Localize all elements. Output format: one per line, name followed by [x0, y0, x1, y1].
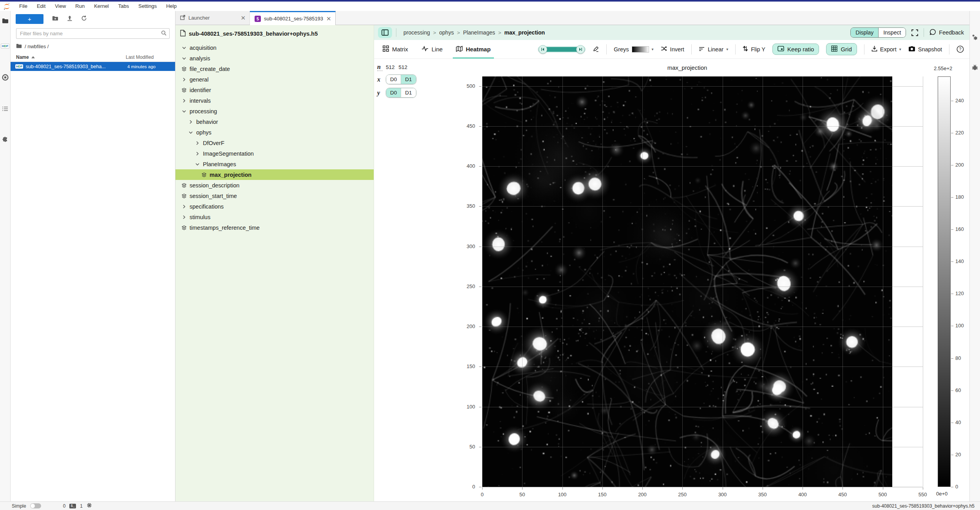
scale-selector[interactable]: Linear ▾ — [699, 46, 728, 53]
y-tick — [479, 487, 481, 487]
toggle-explorer-icon[interactable] — [378, 27, 392, 38]
tree-item-max-projection[interactable]: max_projection — [175, 169, 374, 180]
file-browser-icon[interactable] — [0, 14, 11, 27]
tree-item-ophys[interactable]: ophys — [175, 127, 374, 138]
launcher-icon — [180, 15, 185, 21]
hdf5-sidebar-icon[interactable]: HDF — [0, 39, 11, 53]
menu-tabs[interactable]: Tabs — [114, 3, 134, 9]
chevron-down-icon — [181, 56, 187, 61]
feedback-button[interactable]: Feedback — [929, 29, 964, 36]
line-view-button[interactable]: Line — [418, 40, 446, 59]
flip-y-button[interactable]: Flip Y — [743, 45, 765, 53]
tree-item-file-create-date[interactable]: file_create_date — [175, 64, 374, 74]
tree-item-imagesegmentation[interactable]: ImageSegmentation — [175, 148, 374, 159]
new-launcher-button[interactable]: + — [16, 14, 43, 24]
colorbar[interactable] — [938, 76, 951, 487]
menu-kernel[interactable]: Kernel — [89, 3, 114, 9]
inspect-tab[interactable]: Inspect — [879, 28, 906, 37]
snapshot-button[interactable]: Snapshot — [908, 46, 942, 53]
export-menu[interactable]: Export ▾ — [872, 45, 901, 53]
h5-file-title[interactable]: sub-408021_ses-758519303_behavior+ophys.… — [175, 25, 374, 42]
domain-slider[interactable] — [538, 46, 586, 53]
y-tick — [479, 327, 481, 327]
file-row[interactable]: HDFsub-408021_ses-758519303_beha... 4 mi… — [11, 62, 175, 71]
running-kernels-icon[interactable] — [0, 71, 11, 84]
column-header-name[interactable]: Name — [16, 54, 126, 60]
breadcrumb[interactable]: / nwbfiles / — [11, 39, 175, 53]
fullscreen-icon[interactable] — [911, 29, 918, 36]
colorbar-tick — [951, 294, 953, 294]
menu-help[interactable]: Help — [161, 3, 181, 9]
menu-file[interactable]: File — [14, 3, 32, 9]
y-tick-label: 300 — [455, 243, 475, 249]
tree-item-behavior[interactable]: behavior — [175, 116, 374, 127]
x-tick — [763, 487, 763, 490]
tree-item-timestamps-reference-time[interactable]: timestamps_reference_time — [175, 222, 374, 233]
tree-item-label: DfOverF — [203, 140, 224, 146]
menu-items: FileEditViewRunKernelTabsSettingsHelp — [14, 2, 181, 11]
tree-item-stimulus[interactable]: stimulus — [175, 212, 374, 222]
tree-item-processing[interactable]: processing — [175, 106, 374, 116]
crumb-ophys[interactable]: ophys — [439, 29, 454, 36]
invert-colormap-button[interactable]: Invert — [661, 46, 684, 53]
simple-mode-toggle[interactable] — [30, 503, 41, 508]
chevron-down-icon — [181, 45, 187, 50]
filter-files-input[interactable] — [16, 28, 170, 39]
invert-icon — [661, 46, 667, 53]
grid-toggle[interactable]: Grid — [826, 43, 857, 55]
close-tab-icon[interactable]: ✕ — [326, 16, 331, 22]
tree-item-specifications[interactable]: specifications — [175, 201, 374, 212]
tree-item-session-start-time[interactable]: session_start_time — [175, 191, 374, 201]
colormap-selector[interactable]: Greys ▾ — [614, 46, 654, 53]
tree-item-planeimages[interactable]: PlaneImages — [175, 159, 374, 169]
terminals-count[interactable]: 0 — [63, 503, 66, 509]
hdf5-file-icon: HDF — [15, 64, 23, 69]
heatmap-image[interactable] — [482, 76, 892, 487]
tree-item-label: file_create_date — [190, 66, 230, 72]
chevron-down-icon — [188, 130, 193, 135]
simple-mode-label: Simple — [12, 503, 26, 509]
upload-icon[interactable] — [67, 15, 72, 23]
column-header-modified[interactable]: Last Modified — [126, 54, 172, 60]
property-inspector-icon[interactable] — [970, 31, 980, 44]
table-of-contents-icon[interactable] — [0, 102, 11, 115]
export-icon — [872, 45, 877, 53]
tree-item-general[interactable]: general — [175, 74, 374, 85]
heatmap-plot: max_projection 0501001502002503003504004… — [374, 59, 969, 501]
menu-view[interactable]: View — [50, 3, 71, 9]
tree-item-dfoverf[interactable]: DfOverF — [175, 138, 374, 148]
tree-item-identifier[interactable]: identifier — [175, 85, 374, 95]
domain-min-handle[interactable] — [539, 45, 547, 54]
kernels-count[interactable]: 1 — [80, 503, 83, 509]
tree-item-session-description[interactable]: session_description — [175, 180, 374, 191]
x-tick-label: 150 — [593, 492, 612, 497]
breadcrumb-path[interactable]: / nwbfiles / — [25, 44, 49, 49]
help-icon[interactable]: ? — [956, 45, 964, 53]
crumb-planeimages[interactable]: PlaneImages — [463, 29, 495, 36]
tree-item-analysis[interactable]: analysis — [175, 53, 374, 64]
refresh-icon[interactable] — [81, 15, 87, 23]
heatmap-view-button[interactable]: Heatmap — [453, 40, 494, 59]
tab-h5-file[interactable]: 5 sub-408021_ses-7585193 ✕ — [250, 11, 336, 25]
new-folder-icon[interactable] — [52, 15, 58, 22]
menu-settings[interactable]: Settings — [134, 3, 161, 9]
extension-manager-icon[interactable] — [0, 133, 11, 147]
colorbar-max-label: 2.55e+2 — [934, 65, 952, 71]
display-tab[interactable]: Display — [851, 28, 879, 37]
edit-domain-icon[interactable] — [593, 46, 599, 53]
tree-item-intervals[interactable]: intervals — [175, 95, 374, 106]
domain-max-handle[interactable] — [576, 45, 585, 54]
y-tick-label: 50 — [455, 444, 475, 450]
tab-launcher[interactable]: Launcher ✕ — [175, 11, 250, 25]
close-tab-icon[interactable]: ✕ — [240, 15, 246, 21]
tree-item-acquisition[interactable]: acquisition — [175, 42, 374, 53]
colorbar-tick-label: 100 — [955, 323, 964, 329]
menu-edit[interactable]: Edit — [32, 3, 50, 9]
crumb-processing[interactable]: processing — [403, 29, 430, 36]
menu-run[interactable]: Run — [71, 3, 89, 9]
dataset-breadcrumb: processing> ophys> PlaneImages> max_proj… — [403, 29, 545, 36]
home-folder-icon[interactable] — [16, 44, 22, 49]
matrix-view-button[interactable]: Matrix — [380, 40, 411, 59]
debugger-icon[interactable] — [970, 60, 980, 74]
keep-ratio-toggle[interactable]: Keep ratio — [772, 44, 819, 55]
